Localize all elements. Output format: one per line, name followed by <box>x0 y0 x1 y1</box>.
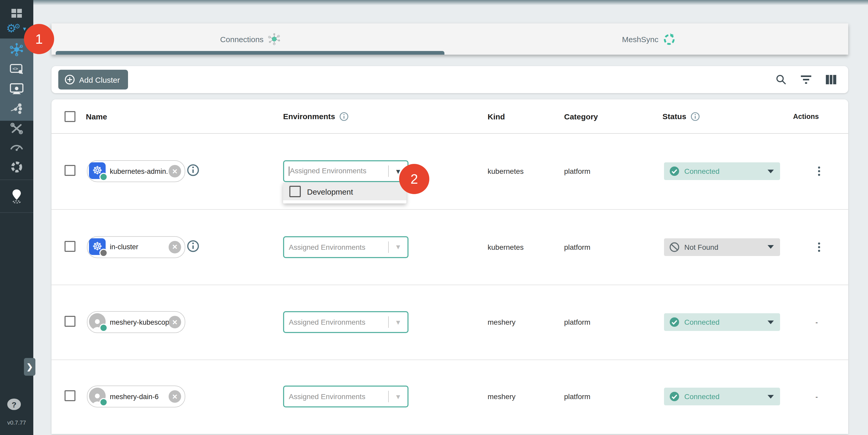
connection-chip[interactable]: meshery-kubescop... ✕ <box>87 311 185 333</box>
sidebar-item-performance[interactable] <box>0 137 33 157</box>
status-select[interactable]: Connected <box>664 387 780 405</box>
environments-select[interactable]: Assigned Environments ▼ <box>283 160 408 182</box>
info-icon[interactable] <box>690 112 700 121</box>
remove-connection-icon[interactable]: ✕ <box>168 316 181 328</box>
kubernetes-icon: ☸ <box>89 162 107 180</box>
sidebar-divider <box>0 180 33 180</box>
connections-tab-icon <box>268 32 281 46</box>
help-button[interactable]: ? <box>7 399 21 410</box>
filter-icon[interactable] <box>800 75 812 84</box>
screen-person-icon <box>10 83 23 95</box>
remove-connection-icon[interactable]: ✕ <box>168 390 181 403</box>
cell-kind: kubernetes <box>488 243 524 251</box>
add-cluster-button[interactable]: Add Cluster <box>58 70 128 90</box>
add-cluster-label: Add Cluster <box>79 75 120 84</box>
search-icon[interactable] <box>775 74 787 85</box>
remove-connection-icon[interactable]: ✕ <box>168 165 181 178</box>
meshery-avatar-icon <box>89 387 107 405</box>
option-checkbox[interactable] <box>289 186 301 197</box>
header-category[interactable]: Category <box>564 112 598 121</box>
table-row: meshery-kubescop... ✕ Assigned Environme… <box>52 285 848 360</box>
tab-meshsync[interactable]: MeshSync <box>450 23 848 55</box>
dropdown-arrow-icon <box>768 395 774 398</box>
row-actions-button[interactable] <box>815 242 823 252</box>
cell-kind: kubernetes <box>488 167 524 175</box>
sidebar-item-adapters[interactable]: <> <box>0 59 33 79</box>
tab-connections-label: Connections <box>220 35 264 43</box>
connection-info-icon[interactable] <box>187 164 199 179</box>
svg-text:<>: <> <box>12 66 18 71</box>
cell-category: platform <box>564 167 590 175</box>
status-select[interactable]: Not Found <box>664 238 780 256</box>
sidebar-item-toolbox[interactable] <box>0 119 33 138</box>
active-tab-indicator <box>56 51 444 55</box>
header-kind[interactable]: Kind <box>488 112 505 121</box>
check-circle-icon <box>669 317 680 327</box>
question-icon: ? <box>12 400 17 409</box>
tab-connections[interactable]: Connections <box>52 23 450 55</box>
row-checkbox[interactable] <box>65 316 75 327</box>
dashboard-icon <box>10 7 23 19</box>
sidebar-item-service-mesh[interactable] <box>0 99 33 119</box>
annotation-badge-1: 1 <box>24 24 54 54</box>
row-checkbox[interactable] <box>65 165 75 176</box>
tab-bar: Connections MeshSync <box>52 23 848 55</box>
sidebar-item-workspaces[interactable] <box>0 79 33 99</box>
connection-name: kubernetes-admin... <box>110 167 168 175</box>
environments-select[interactable]: Assigned Environments ▼ <box>283 385 408 407</box>
header-name[interactable]: Name <box>86 112 107 121</box>
header-environments[interactable]: Environments <box>283 112 349 121</box>
environment-option-development[interactable]: Development <box>283 183 406 200</box>
row-actions-empty: - <box>815 392 818 401</box>
text-cursor <box>289 166 289 176</box>
status-label: Connected <box>684 392 768 401</box>
view-columns-icon[interactable] <box>825 74 837 85</box>
chevron-down-icon[interactable]: ▼ <box>389 318 407 326</box>
status-dot <box>99 324 108 332</box>
table-header-row: Name Environments Kind Category Status A… <box>52 99 848 134</box>
header-status[interactable]: Status <box>662 112 700 121</box>
status-label: Not Found <box>684 243 768 251</box>
status-select[interactable]: Connected <box>664 162 780 180</box>
remove-connection-icon[interactable]: ✕ <box>168 241 181 253</box>
sidebar-item-extensions[interactable] <box>0 157 33 177</box>
info-icon[interactable] <box>339 112 349 121</box>
row-checkbox[interactable] <box>65 241 75 252</box>
connection-name: meshery-kubescop... <box>110 318 168 326</box>
row-actions-empty: - <box>815 318 818 326</box>
select-all-checkbox[interactable] <box>65 111 75 122</box>
connection-chip[interactable]: ☸ in-cluster ✕ <box>87 236 185 258</box>
sidebar: ⚙⚙▼ <> <box>0 0 33 435</box>
meshery-avatar-icon <box>89 313 107 331</box>
status-select[interactable]: Connected <box>664 313 780 331</box>
environments-select[interactable]: Assigned Environments ▼ <box>283 311 408 333</box>
connection-chip[interactable]: ☸ kubernetes-admin... ✕ <box>87 160 185 182</box>
status-label: Connected <box>684 167 768 175</box>
service-mesh-icon <box>10 102 23 115</box>
chevron-down-icon[interactable]: ▼ <box>389 243 407 251</box>
environments-select[interactable]: Assigned Environments ▼ <box>283 236 408 258</box>
chevron-down-icon[interactable]: ▼ <box>389 393 407 400</box>
connection-name: in-cluster <box>110 243 168 251</box>
meshsync-spinner-icon <box>663 32 676 46</box>
table-row: meshery-dain-6 ✕ Assigned Environments ▼… <box>52 360 848 433</box>
connection-chip[interactable]: meshery-dain-6 ✕ <box>87 385 185 407</box>
connection-name: meshery-dain-6 <box>110 393 168 400</box>
speedometer-icon <box>9 142 24 151</box>
sidebar-expand-button[interactable]: ❯ <box>24 358 35 376</box>
top-shadow <box>33 0 868 5</box>
sidebar-item-kanvas[interactable] <box>0 186 33 206</box>
table-row: ☸ in-cluster ✕ Assigned Environments ▼ k… <box>52 209 848 285</box>
row-checkbox[interactable] <box>65 390 75 401</box>
header-actions: Actions <box>793 113 819 120</box>
cell-kind: meshery <box>488 318 516 326</box>
connection-info-icon[interactable] <box>187 240 199 254</box>
cell-category: platform <box>564 318 590 326</box>
row-actions-button[interactable] <box>815 166 823 176</box>
crossed-wrenches-icon <box>10 122 23 135</box>
dropdown-arrow-icon <box>768 320 774 324</box>
kubernetes-icon: ☸ <box>89 238 107 256</box>
sidebar-divider <box>0 212 33 213</box>
gears-icon: ⚙⚙▼ <box>6 23 27 34</box>
cell-category: platform <box>564 243 590 251</box>
